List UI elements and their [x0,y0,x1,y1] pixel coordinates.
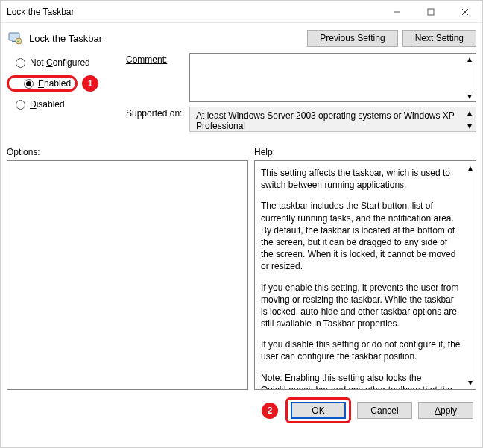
annotation-callout-2: 2 [262,403,278,419]
help-para: This setting affects the taskbar, which … [261,167,462,191]
options-label: Options: [7,147,254,157]
help-pane: This setting affects the taskbar, which … [254,160,476,390]
comment-field-row: Comment: ▴▾ [126,53,476,102]
window-controls [379,1,482,23]
titlebar: Lock the Taskbar [1,1,482,23]
help-para: The taskbar includes the Start button, l… [261,200,462,272]
minimize-button[interactable] [379,1,414,23]
supported-on-box: At least Windows Server 2003 operating s… [189,107,476,132]
next-setting-button[interactable]: Next Setting [402,30,476,47]
fields-column: Comment: ▴▾ Supported on: At least Windo… [126,53,476,136]
cancel-button[interactable]: Cancel [357,402,412,419]
ok-button[interactable]: OK [291,402,346,419]
svg-rect-1 [428,9,434,15]
radio-label: Disabled [30,99,65,110]
radio-icon [24,79,34,89]
annotation-highlight: OK [285,397,351,423]
radio-icon [16,100,25,110]
policy-title: Lock the Taskbar [29,33,303,44]
footer-buttons: 2 OK Cancel Apply [1,390,482,431]
config-section: Not Configured Enabled 1 Disabled Commen… [1,53,482,142]
help-label: Help: [254,147,275,157]
radio-group: Not Configured Enabled 1 Disabled [7,53,126,136]
pane-labels: Options: Help: [1,142,482,160]
supported-value: At least Windows Server 2003 operating s… [196,110,455,131]
scrollbar[interactable]: ▴▾ [464,107,474,131]
apply-button[interactable]: Apply [418,402,473,419]
annotation-highlight: Enabled [7,75,78,92]
comment-label: Comment: [126,53,189,102]
radio-enabled[interactable]: Enabled 1 [7,75,126,92]
radio-icon [16,58,25,68]
policy-icon [7,30,23,46]
previous-setting-button[interactable]: Previous Setting [307,30,397,47]
scrollbar[interactable]: ▴▾ [464,54,474,101]
supported-label: Supported on: [126,107,189,132]
radio-disabled[interactable]: Disabled [7,99,126,110]
help-text: This setting affects the taskbar, which … [255,161,476,390]
window-title: Lock the Taskbar [7,7,379,17]
help-para: If you disable this setting or do not co… [261,338,462,362]
help-para: If you enable this setting, it prevents … [261,282,462,330]
scrollbar[interactable]: ▴▾ [465,161,476,389]
panes-row: This setting affects the taskbar, which … [1,160,482,390]
radio-label: Enabled [38,78,71,89]
annotation-callout-1: 1 [82,75,98,92]
close-button[interactable] [448,1,482,23]
comment-textarea[interactable]: ▴▾ [189,53,476,102]
radio-not-configured[interactable]: Not Configured [7,57,126,68]
radio-label: Not Configured [30,57,90,68]
dialog-window: Lock the Taskbar Lock the Taskbar Previo… [0,0,483,448]
supported-field-row: Supported on: At least Windows Server 20… [126,107,476,132]
maximize-button[interactable] [414,1,448,23]
options-pane[interactable] [7,160,248,390]
help-para: Note: Enabling this setting also locks t… [261,372,462,390]
header-row: Lock the Taskbar Previous Setting Next S… [1,23,482,53]
